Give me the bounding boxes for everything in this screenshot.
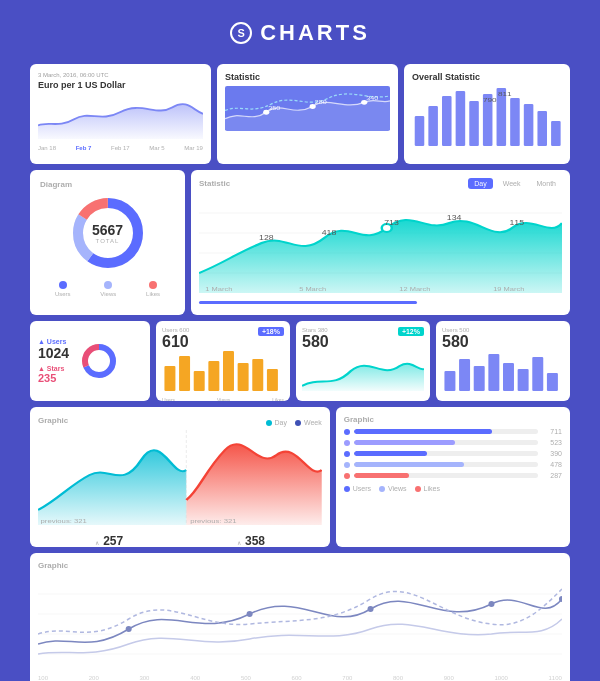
- mini-donut-chart: [79, 341, 119, 381]
- dashboard: 3 March, 2016, 06:00 UTC Euro per 1 US D…: [30, 64, 570, 681]
- statistic-title: Statistic: [225, 72, 390, 82]
- svg-rect-9: [442, 96, 452, 146]
- row3: ▲ Users 1024 ▲ Stars 235 Users 600 610: [30, 321, 570, 401]
- legend-week: Week: [295, 419, 322, 426]
- legend-users-label: Users: [55, 291, 71, 297]
- svg-point-64: [126, 626, 132, 632]
- svg-rect-56: [547, 373, 558, 391]
- hbar-row-2: 523: [344, 439, 562, 446]
- dual-area-legend: Day Week: [266, 419, 322, 426]
- hbar-fill-2: [354, 440, 455, 445]
- page-title: CHARTS: [260, 20, 370, 46]
- stat-257: ∧ 257: [95, 531, 123, 547]
- svg-rect-47: [252, 359, 263, 391]
- wide-line-x-labels: 100 200 300 400 500 600 700 800 900 1000…: [38, 675, 562, 681]
- svg-text:1 March: 1 March: [205, 286, 232, 292]
- legend-week-label: Week: [304, 419, 322, 426]
- donut-value: 5667: [92, 222, 123, 238]
- area-teal-card: Stars 380 580 +12%: [296, 321, 430, 401]
- stat-users-label: ▲ Users: [38, 338, 69, 345]
- area-teal-value: 580: [302, 333, 329, 351]
- svg-point-65: [247, 611, 253, 617]
- bar-blue-header: Users 500 580: [442, 327, 564, 351]
- bar-orange-card: Users 600 610 +18% Users Views Likes: [156, 321, 290, 401]
- svg-rect-16: [537, 111, 547, 146]
- x-label-2: Feb 7: [76, 145, 92, 151]
- statistic-area-title: Statistic: [199, 179, 230, 188]
- header-icon-text: S: [237, 27, 244, 39]
- hbar-track-1: [354, 429, 538, 434]
- tab-month[interactable]: Month: [531, 178, 562, 189]
- svg-rect-41: [164, 366, 175, 391]
- mini-stats-wrap: ▲ Users 1024 ▲ Stars 235: [38, 338, 142, 384]
- hbar-row-4: 478: [344, 461, 562, 468]
- legend-likes-dot: [149, 281, 157, 289]
- hbar-track-5: [354, 473, 538, 478]
- hbar-container: 711 523 390: [344, 428, 562, 479]
- svg-rect-50: [459, 359, 470, 391]
- svg-rect-43: [194, 371, 205, 391]
- x-label-700: 700: [342, 675, 352, 681]
- x-label-500: 500: [241, 675, 251, 681]
- x-label-600: 600: [292, 675, 302, 681]
- svg-rect-46: [238, 363, 249, 391]
- tab-day[interactable]: Day: [468, 178, 492, 189]
- legend-week-dot: [295, 420, 301, 426]
- svg-rect-44: [208, 361, 219, 391]
- svg-text:128: 128: [259, 234, 274, 242]
- euro-chart-card: 3 March, 2016, 06:00 UTC Euro per 1 US D…: [30, 64, 211, 164]
- hbar-title: Graphic: [344, 415, 374, 424]
- row1: 3 March, 2016, 06:00 UTC Euro per 1 US D…: [30, 64, 570, 164]
- dual-area-header: Graphic Day Week: [38, 415, 322, 426]
- svg-rect-55: [532, 357, 543, 391]
- svg-rect-11: [469, 101, 479, 146]
- svg-text:811: 811: [498, 91, 512, 98]
- legend-day-label: Day: [275, 419, 287, 426]
- svg-text:340: 340: [366, 95, 378, 101]
- svg-text:713: 713: [384, 219, 399, 227]
- euro-chart-date: 3 March, 2016, 06:00 UTC: [38, 72, 203, 78]
- statistic-area-header: Statistic Day Week Month: [199, 178, 562, 189]
- hbar-fill-1: [354, 429, 492, 434]
- hbar-legend-views-label: Views: [388, 485, 407, 492]
- x-label-5: Mar 19: [184, 145, 203, 151]
- svg-text:5 March: 5 March: [299, 286, 326, 292]
- svg-rect-53: [503, 363, 514, 391]
- bar-orange-x-labels: Users Views Likes: [162, 397, 284, 401]
- hbar-track-4: [354, 462, 538, 467]
- svg-rect-45: [223, 351, 234, 391]
- stat-tag-users: +18%: [258, 327, 284, 336]
- hbar-track-3: [354, 451, 538, 456]
- progress-bar: [199, 301, 417, 304]
- x-label-1: Jan 18: [38, 145, 56, 151]
- hbar-legend: Users Views Likes: [344, 485, 562, 492]
- statistic-line-chart: 350 280 340: [225, 86, 390, 131]
- tab-week[interactable]: Week: [497, 178, 527, 189]
- hbar-legend-users: Users: [344, 485, 371, 492]
- hbar-row-1: 711: [344, 428, 562, 435]
- legend-views-dot: [104, 281, 112, 289]
- hbar-val-4: 478: [542, 461, 562, 468]
- svg-text:12 March: 12 March: [399, 286, 430, 292]
- svg-text:350: 350: [268, 104, 280, 110]
- hbar-dot-1: [344, 429, 350, 435]
- donut-total-label: TOTAL: [92, 238, 123, 244]
- hbar-dot-2: [344, 440, 350, 446]
- wide-line-card: Graphic 100: [30, 553, 570, 681]
- svg-point-66: [368, 606, 374, 612]
- hbar-legend-likes-label: Likes: [424, 485, 440, 492]
- hbar-legend-views-dot: [379, 486, 385, 492]
- svg-rect-10: [456, 91, 466, 146]
- svg-text:115: 115: [509, 219, 524, 227]
- wide-line-header: Graphic: [38, 561, 562, 570]
- x-label-100: 100: [38, 675, 48, 681]
- hbar-row-5: 287: [344, 472, 562, 479]
- donut-legend: Users Views Likes: [40, 281, 175, 297]
- svg-rect-52: [488, 354, 499, 391]
- header-icon: S: [230, 22, 252, 44]
- dual-area-stats: ∧ 257 ∧ 358: [38, 531, 322, 547]
- legend-day: Day: [266, 419, 287, 426]
- x-label-4: Mar 5: [149, 145, 164, 151]
- x-label-300: 300: [139, 675, 149, 681]
- svg-rect-51: [474, 366, 485, 391]
